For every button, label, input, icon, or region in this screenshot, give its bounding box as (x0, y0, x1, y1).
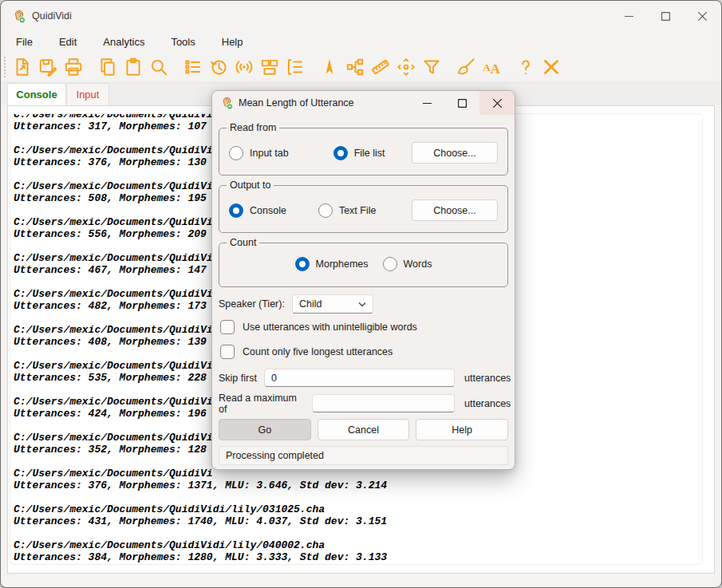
skip-first-label: Skip first (219, 373, 257, 384)
choose-output-button[interactable]: Choose... (412, 199, 498, 221)
broadcast-button[interactable] (231, 54, 257, 80)
choose-input-button[interactable]: Choose... (412, 142, 498, 164)
menu-help[interactable]: Help (222, 36, 243, 48)
dialog-minimize-icon (423, 99, 432, 108)
exit-button[interactable] (539, 54, 564, 80)
radio-morphemes[interactable] (295, 257, 310, 271)
help-icon (515, 57, 536, 77)
fonts-button[interactable]: AA (479, 54, 504, 80)
app-window: QuidiVidi File Edit Analytics Tools Help (0, 0, 722, 588)
menu-tools[interactable]: Tools (171, 36, 195, 48)
toolbar-group-format: AA (453, 54, 504, 80)
dialog-minimize-button[interactable] (409, 91, 444, 115)
history-button[interactable] (206, 54, 231, 80)
longest-row: Count only five longest utterances (220, 345, 393, 359)
layout-icon (259, 57, 280, 77)
list-icon (285, 57, 306, 77)
radio-text-file[interactable] (318, 203, 333, 218)
checkbox-unintelligible-label: Use utterances with unintelligible words (243, 322, 417, 333)
tab-console[interactable]: Console (7, 83, 66, 105)
filter-button[interactable] (419, 54, 444, 80)
app-ear-icon (12, 10, 26, 23)
checkbox-longest-label: Count only five longest utterances (243, 346, 393, 357)
radio-words-label: Words (404, 258, 432, 270)
console-line: C:/Users/mexic/Documents/QuidiVidi/lily/… (14, 503, 702, 515)
unintelligible-row: Use utterances with unintelligible words (220, 320, 417, 334)
clean-button[interactable] (453, 54, 479, 80)
close-button[interactable] (684, 1, 720, 31)
menu-file[interactable]: File (16, 36, 33, 48)
skip-first-row: Skip first utterances (219, 369, 508, 387)
dialog-window-controls (409, 91, 515, 115)
radio-file-list[interactable] (333, 146, 348, 160)
read-max-input[interactable] (312, 394, 455, 412)
console-line: Utterances: 384, Morphemes: 1280, MLU: 3… (14, 551, 702, 563)
dialog-button-row: Go Cancel Help (219, 419, 508, 440)
dialog-maximize-icon (458, 99, 467, 108)
toolbar-drag-handle[interactable] (4, 57, 6, 77)
group-output-to-legend: Output to (227, 180, 274, 191)
save-edit-button[interactable] (35, 54, 61, 80)
move-button[interactable] (393, 54, 419, 80)
radio-input-tab[interactable] (229, 146, 243, 160)
group-count-legend: Count (227, 237, 259, 249)
group-count-row: Morphemes Words (219, 257, 507, 271)
ruler-icon (370, 57, 391, 77)
dialog-titlebar: Mean Length of Utterance (212, 91, 515, 115)
app-title: QuidiVidi (32, 10, 72, 22)
task-list-button[interactable] (180, 54, 206, 80)
ruler-button[interactable] (368, 54, 393, 80)
help-button[interactable] (513, 54, 539, 80)
move-icon (396, 57, 416, 77)
svg-text:A: A (490, 61, 500, 77)
read-max-label: Read a maximum of (219, 393, 305, 415)
search-icon (148, 57, 169, 77)
search-button[interactable] (146, 54, 172, 80)
paste-icon (123, 57, 144, 77)
history-icon (208, 57, 229, 77)
print-button[interactable] (61, 54, 86, 80)
menu-edit[interactable]: Edit (59, 36, 77, 48)
cursor-button[interactable] (317, 54, 342, 80)
checkbox-unintelligible[interactable] (220, 320, 235, 334)
read-max-row: Read a maximum of utterances (219, 394, 508, 412)
radio-input-tab-label: Input tab (250, 148, 289, 159)
radio-words[interactable] (383, 257, 397, 271)
mlu-dialog: Mean Length of Utterance Read from Input… (211, 90, 515, 470)
menu-analytics[interactable]: Analytics (103, 36, 144, 48)
tab-input[interactable]: Input (66, 83, 109, 105)
save-edit-icon (37, 57, 58, 77)
dialog-title: Mean Length of Utterance (239, 97, 354, 109)
cancel-button[interactable]: Cancel (318, 419, 410, 440)
checkbox-longest[interactable] (220, 345, 235, 359)
group-read-from-legend: Read from (227, 122, 279, 134)
console-line (14, 491, 702, 503)
print-icon (63, 57, 84, 77)
maximize-button[interactable] (647, 1, 684, 31)
group-read-from-row: Input tab File list Choose... (219, 142, 507, 164)
copy-icon (97, 57, 118, 77)
paste-button[interactable] (120, 54, 146, 80)
help-dialog-button[interactable]: Help (416, 419, 508, 440)
list-button[interactable] (282, 54, 308, 80)
skip-first-input[interactable] (264, 369, 455, 387)
go-button[interactable]: Go (219, 419, 311, 440)
dialog-close-icon (493, 99, 502, 108)
share-button[interactable] (342, 54, 368, 80)
speaker-label: Speaker (Tier): (219, 298, 285, 310)
speaker-combobox[interactable]: Child (292, 294, 373, 314)
toolbar: AA (1, 52, 721, 83)
dialog-close-button[interactable] (479, 91, 515, 115)
new-file-button[interactable] (10, 54, 35, 80)
toolbar-group-clipboard (95, 54, 172, 80)
layout-button[interactable] (257, 54, 282, 80)
radio-console[interactable] (229, 203, 243, 218)
radio-morphemes-label: Morphemes (316, 258, 369, 270)
console-line: C:/Users/mexic/Documents/QuidiVidi/lily/… (14, 539, 702, 551)
group-count: Count Morphemes Words (219, 243, 508, 287)
dialog-maximize-button[interactable] (444, 91, 479, 115)
fonts-icon: AA (481, 57, 502, 77)
window-controls (610, 1, 720, 31)
minimize-button[interactable] (610, 1, 647, 31)
copy-button[interactable] (95, 54, 120, 80)
